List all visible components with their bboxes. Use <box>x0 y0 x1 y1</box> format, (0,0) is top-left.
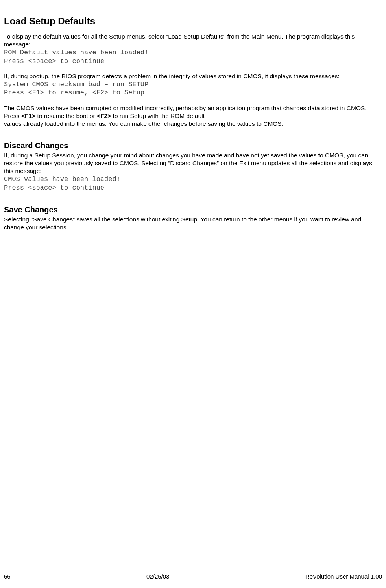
heading-save-changes: Save Changes <box>4 205 382 215</box>
footer-manual-title: ReVolution User Manual 1.00 <box>305 573 382 581</box>
intro-paragraph: To display the default values for all th… <box>4 33 382 48</box>
code-cmos-checksum-2: Press <F1> to resume, <F2> to Setup <box>4 88 382 97</box>
key-f1: <F1> <box>21 112 35 119</box>
cmos-corrupted-paragraph: The CMOS values have been corrupted or m… <box>4 104 382 120</box>
page-footer: 66 02/25/03 ReVolution User Manual 1.00 <box>4 570 382 581</box>
code-cmos-checksum-1: System CMOS checksum bad – run SETUP <box>4 80 382 88</box>
cmos-corrupted-paragraph-2: values already loaded into the menus. Yo… <box>4 120 382 128</box>
page-content: Load Setup Defaults To display the defau… <box>4 15 382 231</box>
code-rom-default-2: Press <space> to continue <box>4 57 382 65</box>
bios-problem-paragraph: If, during bootup, the BIOS program dete… <box>4 72 382 80</box>
code-rom-default-1: ROM Default values have been loaded! <box>4 48 382 57</box>
text-segment: to resume the boot or <box>35 112 97 119</box>
footer-page-number: 66 <box>4 573 11 581</box>
text-segment: to run Setup with the ROM default <box>111 112 205 119</box>
footer-date: 02/25/03 <box>146 573 169 581</box>
code-cmos-loaded-2: Press <space> to continue <box>4 184 382 192</box>
heading-load-setup-defaults: Load Setup Defaults <box>4 15 382 27</box>
discard-changes-paragraph: If, during a Setup Session, you change y… <box>4 151 382 175</box>
save-changes-paragraph: Selecting “Save Changes” saves all the s… <box>4 216 382 231</box>
heading-discard-changes: Discard Changes <box>4 140 382 151</box>
key-f2: <F2> <box>97 112 111 119</box>
code-cmos-loaded-1: CMOS values have been loaded! <box>4 175 382 183</box>
